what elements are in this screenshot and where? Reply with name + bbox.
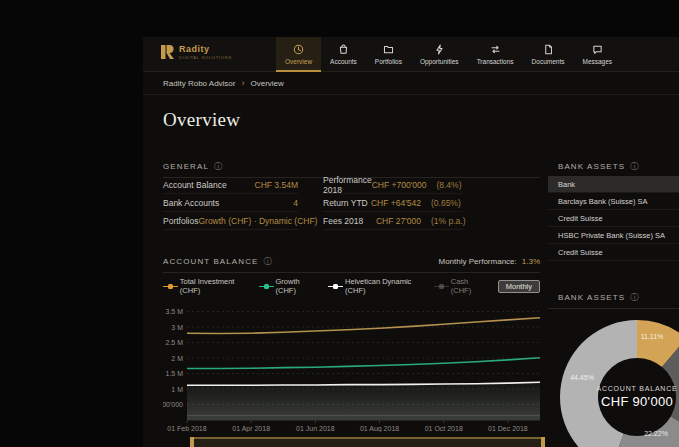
svg-text:01 Feb 2018: 01 Feb 2018	[167, 425, 206, 432]
tab-messages[interactable]: Messages	[573, 37, 621, 72]
general-heading: GENERAL	[163, 162, 209, 171]
tab-label: Overview	[285, 58, 312, 65]
stat-row: Account Balance CHF 3.54M	[163, 176, 298, 194]
svg-text:22.22%: 22.22%	[644, 430, 668, 437]
bank-list-item[interactable]: HSBC Private Bank (Suisse) SA	[548, 227, 679, 244]
legend-growth[interactable]: Growth (CHF)	[259, 277, 316, 295]
svg-text:500'000: 500'000	[163, 401, 183, 408]
stat-label: Account Balance	[163, 180, 255, 190]
nav-tabs: Overview Accounts Portfolios Opportuniti…	[276, 37, 621, 72]
svg-text:2.5 M: 2.5 M	[165, 339, 183, 346]
chart-legend: Total Investment (CHF) Growth (CHF) Helv…	[163, 278, 540, 294]
top-nav: Radity DIGITAL SOLUTIONS Overview Accoun…	[143, 37, 679, 72]
legend-label: Total Investment (CHF)	[180, 277, 246, 295]
svg-text:11.11%: 11.11%	[641, 333, 664, 340]
stat-value: CHF 27'000	[376, 216, 421, 226]
brush-right-handle[interactable]	[541, 437, 545, 447]
info-icon[interactable]	[263, 256, 272, 267]
bank-assets-heading: BANK ASSETS	[558, 293, 625, 302]
stat-extra: (8.4%)	[426, 180, 463, 190]
bank-list-item[interactable]: Credit Suisse	[548, 210, 679, 227]
brand-logo[interactable]: Radity DIGITAL SOLUTIONS	[161, 44, 232, 60]
clock-icon	[293, 44, 304, 56]
chat-bubble-icon	[592, 44, 603, 56]
legend-cash[interactable]: Cash (CHF)	[434, 277, 485, 295]
tab-label: Portfolios	[375, 58, 402, 65]
stat-row: Performance 2018 CHF +700'000 (8.4%)	[323, 176, 463, 194]
brand-tagline: DIGITAL SOLUTIONS	[179, 55, 232, 60]
range-monthly-button[interactable]: Monthly	[498, 280, 540, 293]
info-icon[interactable]	[630, 161, 639, 172]
svg-text:01 Jun 2018: 01 Jun 2018	[296, 425, 335, 432]
chevron-right-icon: ›	[241, 78, 244, 88]
svg-text:01 Dec 2018: 01 Dec 2018	[488, 425, 528, 432]
tab-opportunities[interactable]: Opportunities	[411, 37, 468, 72]
brand-name: Radity	[179, 44, 232, 54]
stat-value: CHF +64'542	[371, 198, 421, 208]
tab-label: Documents	[532, 58, 565, 65]
account-balance-heading: ACCOUNT BALANCE	[163, 257, 258, 266]
svg-text:1.5 M: 1.5 M	[165, 370, 183, 377]
legend-label: Cash (CHF)	[451, 277, 485, 295]
stat-label: Performance 2018	[323, 175, 372, 195]
stat-value: CHF 3.54M	[255, 180, 298, 190]
svg-text:01 Aug 2018: 01 Aug 2018	[360, 425, 399, 432]
svg-text:2 M: 2 M	[171, 355, 183, 362]
legend-label: Growth (CHF)	[275, 277, 315, 295]
stat-label: Bank Accounts	[163, 198, 293, 208]
stat-extra: (1% p.a.)	[421, 216, 463, 226]
stat-label: Return YTD	[323, 198, 371, 208]
stat-extra: (0.65%)	[421, 198, 463, 208]
document-icon	[543, 44, 554, 56]
tab-accounts[interactable]: Accounts	[321, 37, 366, 72]
legend-total-investment[interactable]: Total Investment (CHF)	[163, 277, 246, 295]
legend-marker-icon	[328, 283, 341, 290]
svg-text:01 Apr 2018: 01 Apr 2018	[232, 425, 270, 432]
stat-row: Portfolios Growth (CHF) · Dynamic (CHF)	[163, 212, 298, 230]
radity-logo-icon	[161, 45, 174, 59]
briefcase-icon	[338, 44, 349, 56]
tab-label: Transactions	[477, 58, 514, 65]
account-balance-section-header: ACCOUNT BALANCE Monthly Performance: 1.3…	[163, 256, 540, 273]
bank-assets-list: Bank Barclays Bank (Suisse) SA Credit Su…	[548, 176, 679, 261]
tab-label: Accounts	[330, 58, 357, 65]
tab-label: Opportunities	[420, 58, 459, 65]
folder-icon	[383, 44, 394, 56]
legend-marker-icon	[259, 283, 272, 290]
monthly-performance-value: 1.3%	[522, 257, 540, 266]
svg-text:44.45%: 44.45%	[570, 374, 594, 381]
swap-arrows-icon	[490, 44, 501, 56]
bank-list-column-header[interactable]: Bank	[548, 176, 679, 193]
bank-list-item[interactable]: Credit Suisse	[548, 244, 679, 261]
breadcrumb-root[interactable]: Radity Robo Advisor	[163, 79, 235, 88]
svg-text:1 M: 1 M	[171, 386, 183, 393]
tab-transactions[interactable]: Transactions	[468, 37, 523, 72]
tab-overview[interactable]: Overview	[276, 37, 321, 72]
stat-row: Return YTD CHF +64'542 (0.65%)	[323, 194, 463, 212]
legend-label: Helvetican Dynamic (CHF)	[345, 277, 421, 295]
bank-assets-chart-header: BANK ASSETS	[548, 292, 679, 309]
monthly-performance-label: Monthly Performance:	[439, 257, 517, 266]
svg-text:3.5 M: 3.5 M	[165, 308, 183, 315]
brush-left-handle[interactable]	[190, 437, 194, 447]
desktop-background: Radity DIGITAL SOLUTIONS Overview Accoun…	[0, 0, 679, 447]
legend-helvetican-dynamic[interactable]: Helvetican Dynamic (CHF)	[328, 277, 421, 295]
donut-center-label: ACCOUNT BALANCE	[590, 385, 679, 392]
general-stats: Account Balance CHF 3.54M Bank Accounts …	[163, 176, 540, 230]
stat-value: CHF +700'000	[372, 180, 427, 190]
bank-assets-heading: BANK ASSETS	[558, 162, 625, 171]
donut-center-value: CHF 90'000	[590, 394, 679, 409]
svg-text:01 Oct 2018: 01 Oct 2018	[425, 425, 463, 432]
bank-list-item[interactable]: Barclays Bank (Suisse) SA	[548, 193, 679, 210]
stat-label: Portfolios	[163, 216, 198, 226]
tab-documents[interactable]: Documents	[523, 37, 574, 72]
donut-center-text: ACCOUNT BALANCE CHF 90'000	[590, 385, 679, 409]
tab-label: Messages	[582, 58, 612, 65]
info-icon[interactable]	[214, 161, 223, 172]
chart-brush[interactable]	[190, 437, 545, 447]
breadcrumb-current: Overview	[250, 79, 283, 88]
breadcrumb: Radity Robo Advisor › Overview	[143, 72, 679, 95]
info-icon[interactable]	[630, 292, 639, 303]
tab-portfolios[interactable]: Portfolios	[366, 37, 411, 72]
stat-row: Fees 2018 CHF 27'000 (1% p.a.)	[323, 212, 463, 230]
